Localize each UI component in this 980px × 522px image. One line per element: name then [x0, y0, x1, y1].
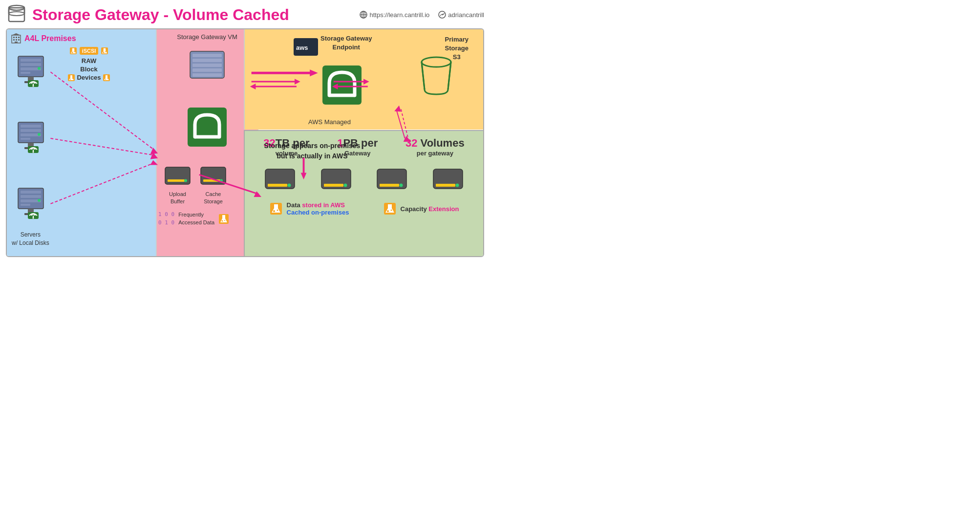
building-icon — [11, 33, 21, 44]
svg-point-96 — [387, 210, 389, 212]
disk-1 — [263, 167, 297, 195]
legend-text-1: Data stored in AWSCached on-premises — [287, 201, 349, 216]
header: Storage Gateway - Volume Cached https://… — [6, 4, 484, 25]
svg-rect-67 — [168, 179, 185, 182]
upload-buffer-disk — [164, 165, 191, 189]
svg-rect-29 — [21, 59, 41, 62]
gateway-cloud-icon — [185, 105, 229, 151]
svg-rect-30 — [21, 63, 41, 66]
svg-rect-81 — [268, 184, 287, 187]
stat-volumes: 32 Volumes per gateway — [405, 137, 465, 157]
aws-logo: aws — [294, 38, 318, 58]
svg-point-37 — [33, 86, 34, 87]
svg-rect-62 — [192, 68, 222, 72]
page-title: Storage Gateway - Volume Cached — [32, 6, 289, 24]
svg-rect-60 — [192, 59, 222, 62]
header-left: Storage Gateway - Volume Cached — [6, 4, 289, 25]
s3-bucket-icon — [419, 56, 454, 97]
svg-rect-63 — [192, 73, 222, 77]
legend-row: Data stored in AWSCached on-premises Cap… — [245, 197, 483, 216]
svg-point-68 — [184, 179, 187, 182]
svg-rect-84 — [324, 184, 343, 187]
raw-block-label: RAWBlock — [64, 57, 113, 74]
svg-line-78 — [448, 62, 451, 89]
page: Storage Gateway - Volume Cached https://… — [0, 0, 490, 261]
svg-point-88 — [400, 184, 403, 187]
svg-rect-87 — [380, 184, 399, 187]
twitter-link[interactable]: adriancantrill — [438, 11, 484, 19]
callout-text: Storage appears on-premisesbut is actual… — [256, 141, 368, 161]
learn-cantrill-link[interactable]: https://learn.cantrill.io — [360, 11, 429, 19]
aws-managed-label: AWS Managed — [308, 118, 351, 126]
svg-point-45 — [38, 133, 41, 136]
cache-storage: CacheStorage — [200, 165, 227, 205]
server-2-indicator — [27, 145, 39, 154]
legend-item-2: Capacity Extension — [383, 202, 459, 216]
flask-freq-icon — [218, 214, 229, 224]
svg-point-47 — [33, 152, 34, 153]
header-links: https://learn.cantrill.io adriancantrill — [360, 11, 484, 19]
disk-4 — [431, 167, 465, 195]
svg-point-94 — [277, 210, 278, 211]
svg-rect-10 — [16, 37, 17, 38]
freq-label: FrequentlyAccessed Data — [178, 211, 214, 226]
svg-point-18 — [74, 51, 75, 52]
svg-rect-15 — [15, 42, 18, 43]
svg-point-35 — [38, 67, 41, 70]
svg-point-99 — [222, 220, 223, 221]
svg-rect-59 — [192, 54, 222, 57]
aws-section: aws Storage GatewayEndpoint AWS Managed — [244, 29, 483, 130]
svg-point-2 — [9, 12, 24, 16]
svg-point-26 — [105, 79, 106, 80]
endpoint-label: Storage GatewayEndpoint — [320, 34, 372, 52]
svg-point-23 — [70, 79, 71, 80]
premises-label: A4L Premises — [11, 33, 76, 44]
upload-buffer: UploadBuffer — [164, 165, 191, 205]
flask-icon-left — [69, 46, 78, 55]
twitter-icon — [438, 11, 446, 19]
disk-2 — [319, 167, 353, 195]
svg-rect-52 — [21, 204, 30, 206]
storage-icon — [6, 4, 27, 25]
servers-label: Servers w/ Local Disks — [12, 231, 49, 247]
svg-rect-49 — [21, 191, 41, 194]
flask-block-icon — [67, 74, 75, 82]
svg-rect-61 — [192, 64, 222, 67]
server-2 — [16, 120, 51, 158]
server-1-indicator — [27, 79, 39, 88]
svg-rect-9 — [13, 37, 15, 38]
server-1 — [16, 54, 51, 92]
diagram: A4L Premises iSCSI — [6, 28, 484, 257]
globe-icon — [360, 11, 367, 19]
svg-rect-39 — [21, 125, 41, 128]
svg-point-20 — [103, 52, 105, 53]
devices-label: Devices — [77, 74, 101, 81]
svg-rect-14 — [18, 39, 20, 41]
svg-point-27 — [107, 78, 108, 79]
rack-svg — [185, 49, 229, 83]
flask-icon-right — [100, 46, 109, 55]
svg-rect-40 — [21, 129, 41, 132]
stat-volumes-label: per gateway — [405, 150, 465, 157]
svg-rect-70 — [203, 179, 220, 182]
title-highlight-text: Volume Cached — [173, 6, 289, 23]
svg-point-21 — [105, 51, 106, 52]
s3-bucket-svg — [419, 56, 454, 95]
iscsi-block: iSCSI RAWBlock Devices — [64, 46, 113, 82]
rack-server — [185, 49, 229, 85]
endpoint-cloud — [320, 64, 363, 109]
cache-storage-label: CacheStorage — [204, 191, 223, 205]
svg-point-91 — [455, 184, 459, 187]
server-3-indicator — [27, 211, 39, 220]
svg-rect-90 — [436, 184, 455, 187]
svg-point-71 — [220, 179, 223, 182]
title-main-text: Storage Gateway - — [32, 6, 173, 23]
flask-legend-1 — [269, 202, 283, 216]
svg-point-85 — [343, 184, 347, 187]
aws-logo-svg: aws — [294, 38, 318, 56]
legend-text-2: Capacity Extension — [401, 205, 459, 213]
endpoint-cloud-svg — [320, 64, 363, 107]
cache-storage-disk — [200, 165, 227, 189]
svg-point-57 — [33, 218, 34, 219]
svg-point-17 — [71, 52, 73, 53]
